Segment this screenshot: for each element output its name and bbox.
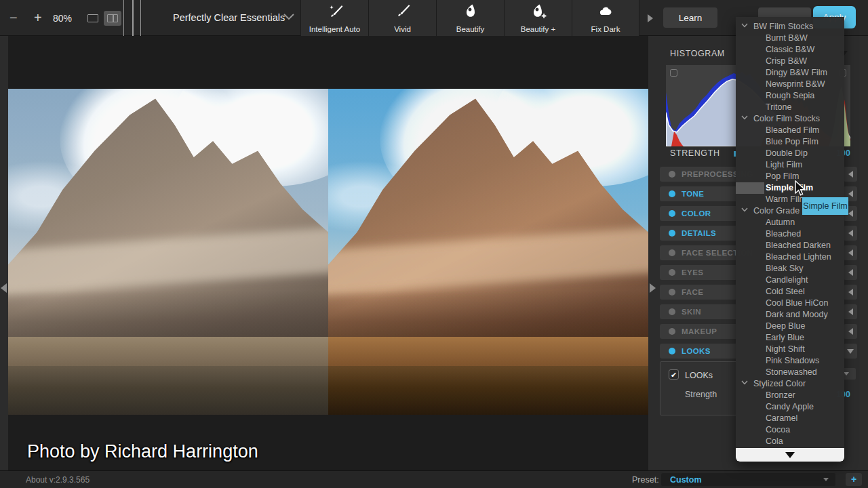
about-version[interactable]: About v:2.9.3.565 [26,475,90,485]
collapse-left-icon[interactable] [1,283,7,293]
dropdown-item-crisp-b-w[interactable]: Crisp B&W [736,56,844,67]
dropdown-item-candy-apple[interactable]: Candy Apple [736,401,844,413]
dropdown-item-tritone[interactable]: Tritone [736,102,844,113]
dropdown-item-bleached-lighten[interactable]: Bleached Lighten [736,251,844,263]
dropdown-item-burnt-b-w[interactable]: Burnt B&W [736,33,844,44]
after-scene [328,89,648,415]
dropdown-item-double-dip[interactable]: Double Dip [736,148,844,159]
dropdown-item-bleached-film[interactable]: Bleached Film [736,125,844,136]
view-single-button[interactable] [84,11,102,26]
dropdown-item-cocoa[interactable]: Cocoa [736,424,844,436]
add-preset-button[interactable]: + [846,473,862,486]
dropdown-item-night-shift[interactable]: Night Shift [736,344,844,355]
chevron-down-icon[interactable] [283,14,294,20]
dropdown-item-rough-sepia[interactable]: Rough Sepia [736,90,844,102]
triangle-left-icon [848,210,853,217]
status-bar: About v:2.9.3.565 Preset: Custom + [0,470,868,488]
dropdown-item-bleached-darken[interactable]: Bleached Darken [736,240,844,251]
learn-button[interactable]: Learn [663,7,717,28]
looks-checkbox[interactable]: ✔ [669,369,679,380]
section-enabled-dot[interactable] [669,230,675,237]
preset-tile-intelligent-auto[interactable]: Intelligent Auto [300,0,368,36]
section-expand-icon[interactable] [844,285,857,300]
scrub-ground [328,366,648,415]
single-view-icon [87,14,98,22]
dropdown-scroll-down[interactable] [736,448,844,462]
section-enabled-dot[interactable] [669,308,675,315]
dropdown-item-newsprint-b-w[interactable]: Newsprint B&W [736,79,844,90]
rock-shadow [8,291,328,343]
section-label: EYES [682,268,703,277]
preset-combo[interactable]: Custom [661,473,835,486]
dropdown-item-stonewashed[interactable]: Stonewashed [736,367,844,378]
dropdown-group-stylized-color[interactable]: Stylized Color [736,378,844,390]
chevron-down-icon [844,372,849,375]
tooltip: Simple Film [802,197,848,215]
collapse-right-icon[interactable] [650,283,656,293]
section-enabled-dot[interactable] [669,348,675,354]
view-side-by-side-button[interactable] [104,11,121,26]
dropdown-item-pink-shadows[interactable]: Pink Shadows [736,355,844,367]
dropdown-item-bleached[interactable]: Bleached [736,228,844,240]
section-enabled-dot[interactable] [669,249,675,256]
dropdown-item-light-film[interactable]: Light Film [736,159,844,171]
panel-collapse-strip[interactable] [648,36,656,470]
preset-tile-beautify-[interactable]: Beautify + [504,0,572,36]
dropdown-item-blue-pop-film[interactable]: Blue Pop Film [736,136,844,148]
dropdown-item-early-blue[interactable]: Early Blue [736,332,844,344]
section-enabled-dot[interactable] [669,171,675,178]
dropdown-item-dingy-b-w-film[interactable]: Dingy B&W Film [736,67,844,79]
dropdown-item-deep-blue[interactable]: Deep Blue [736,321,844,332]
section-expand-icon[interactable] [844,245,857,260]
section-label: SKIN [682,308,701,316]
before-scene [8,89,328,415]
strength-label: STRENGTH [670,148,720,158]
dropdown-item-caramel[interactable]: Caramel [736,413,844,424]
dropdown-item-cool-blue-hicon[interactable]: Cool Blue HiCon [736,298,844,309]
preset-label: Beautify [437,25,504,33]
dropdown-item-simple-film[interactable]: Simple Film [736,182,844,194]
section-expand-icon[interactable] [844,324,857,339]
triangle-left-icon [848,171,853,178]
preset-tile-beautify[interactable]: Beautify [436,0,504,36]
dropdown-item-bronzer[interactable]: Bronzer [736,390,844,401]
section-enabled-dot[interactable] [669,190,675,197]
section-enabled-dot[interactable] [669,289,675,296]
section-enabled-dot[interactable] [669,210,675,217]
face-plus-icon [530,3,547,20]
section-expand-icon[interactable] [844,167,857,182]
section-expand-icon[interactable] [844,265,857,280]
photo-credit: Photo by Richard Harrington [27,441,258,462]
zoom-in-button[interactable]: + [34,10,42,26]
dropdown-item-autumn[interactable]: Autumn [736,217,844,228]
mouse-cursor [794,180,808,198]
dropdown-item-pop-film[interactable]: Pop Film [736,171,844,182]
dropdown-item-dark-and-moody[interactable]: Dark and Moody [736,309,844,321]
section-expand-icon[interactable] [844,304,857,319]
left-collapse-strip[interactable] [0,36,8,470]
scroll-down-icon [785,452,795,458]
triangle-left-icon [848,249,853,256]
dropdown-item-cold-steel[interactable]: Cold Steel [736,286,844,298]
view-split-button[interactable] [123,11,141,26]
triangle-left-icon [848,289,853,296]
preset-tile-vivid[interactable]: Vivid [368,0,436,36]
dropdown-item-candlelight[interactable]: Candlelight [736,274,844,286]
preset-scroll-right-icon[interactable] [648,14,653,22]
zoom-out-button[interactable]: − [9,10,18,26]
dropdown-item-cola[interactable]: Cola [736,436,844,447]
dropdown-item-classic-b-w[interactable]: Classic B&W [736,44,844,56]
section-enabled-dot[interactable] [669,328,675,335]
preset-label: Fix Dark [572,25,639,33]
section-expand-icon[interactable] [844,226,857,241]
section-enabled-dot[interactable] [669,269,675,276]
dropdown-group-color-film-stocks[interactable]: Color Film Stocks [736,113,844,125]
desert-floor [328,337,648,369]
histogram-left-checkbox[interactable] [670,69,677,77]
dropdown-group-bw-film-stocks[interactable]: BW Film Stocks [736,21,844,33]
preset-tile-fix-dark[interactable]: Fix Dark [572,0,639,36]
dropdown-item-bleak-sky[interactable]: Bleak Sky [736,263,844,274]
section-label: COLOR [682,209,711,218]
scrub-ground [8,366,328,415]
section-collapse-icon[interactable] [844,344,857,359]
